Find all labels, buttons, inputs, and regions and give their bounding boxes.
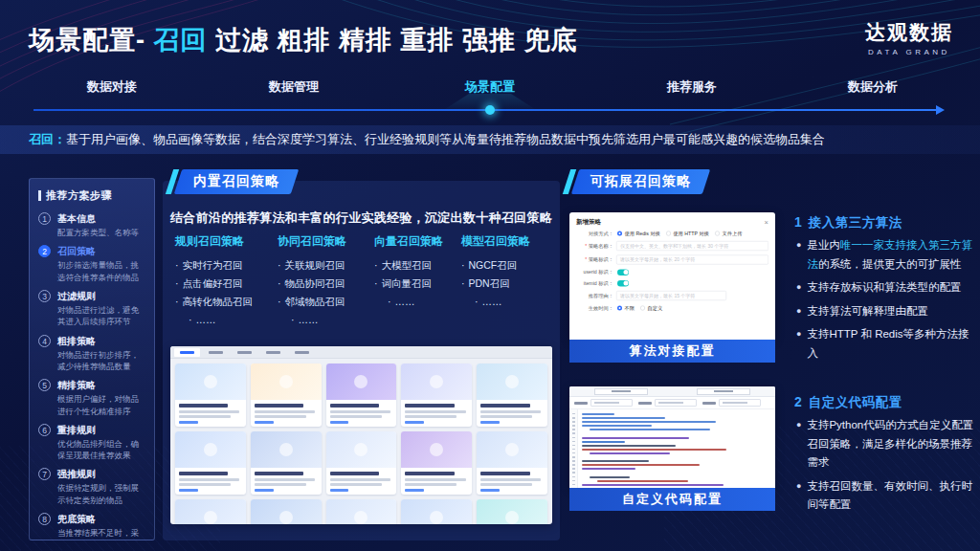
editor-field-input[interactable] (719, 399, 761, 407)
strategy-library-screenshot (170, 346, 552, 524)
nav-item-data-connect[interactable]: 数据对接 (69, 78, 155, 96)
dialog-title: 新增策略 (576, 217, 601, 226)
column-rule-recall: 规则召回策略 实时行为召回 点击偏好召回 高转化物品召回 …… (175, 233, 278, 329)
step-coarse-rank[interactable]: 4 粗排策略 对物品进行初步排序，减少待推荐物品数量 (38, 334, 145, 373)
userid-toggle[interactable] (617, 269, 629, 276)
strategy-card[interactable] (251, 364, 322, 427)
strategy-card[interactable] (175, 431, 246, 495)
bullet-item: ●支持HTTP 和 Redis等多种方法接入 (794, 325, 974, 363)
strategy-item: NGCF召回 (461, 256, 557, 275)
column-collab-recall: 协同召回策略 关联规则召回 物品协同召回 邻域物品召回 …… (278, 233, 374, 329)
step-fine-rank[interactable]: 5 精排策略 根据用户偏好，对物品进行个性化精准排序 (38, 378, 145, 417)
bullet-item: ●支持算法可解释理由配置 (794, 302, 974, 321)
strategy-card[interactable] (477, 364, 547, 427)
step-fallback-strategy[interactable]: 8 兜底策略 当推荐结果不足时，采用此策略进行补充完善 (38, 512, 145, 540)
step-recall-strategy[interactable]: 2 召回策略 初步筛选海量物品，挑选符合推荐条件的物品 (38, 244, 145, 283)
strategy-card[interactable] (401, 499, 472, 524)
recall-intro-label: 召回： (29, 131, 66, 148)
card-illustration (401, 431, 472, 468)
step-filter-rules[interactable]: 3 过滤规则 对物品进行过滤，避免其进入后续排序环节 (38, 289, 145, 328)
step-basic-info[interactable]: 1 基本信息 配置方案类型、名称等 (38, 211, 145, 238)
itemid-toggle[interactable] (617, 280, 629, 287)
strategy-card[interactable] (175, 364, 246, 427)
strategy-card[interactable] (326, 499, 397, 524)
radio-http[interactable] (666, 231, 671, 236)
strategy-card[interactable] (175, 499, 246, 524)
custom-code-section: 2 自定义代码配置 ●支持Python代码的方式自定义配置召回策略，满足多样化的… (794, 394, 974, 515)
strategy-item: 高转化物品召回 (175, 293, 278, 311)
strategy-card-grid (170, 359, 552, 524)
strategy-item: …… (475, 293, 557, 311)
recall-intro-text: 基于用户画像、物品画像等数据，结合深度学习算法、行业经验规则等从海量待推荐物品数… (66, 131, 825, 148)
strategy-card[interactable] (251, 431, 322, 495)
algorithm-connect-caption: 算法对接配置 (569, 340, 775, 363)
dialog-row-userid: userid 标识： (576, 269, 768, 276)
editor-field-input[interactable] (590, 399, 633, 407)
step-force-push-rules[interactable]: 7 强推规则 依据特定规则，强制展示特定类别的物品 (38, 467, 145, 506)
extensible-recall-badge: 可拓展召回策略 (571, 169, 710, 194)
sidebar-title: 推荐方案步骤 (38, 188, 145, 203)
step-rerank-rules[interactable]: 6 重排规则 优化物品排列组合，确保呈现最佳推荐效果 (38, 423, 145, 462)
close-icon[interactable]: × (765, 218, 768, 226)
strategy-code-input[interactable]: 请以英文字母开始，最长 20 个字符 (616, 255, 768, 265)
builtin-recall-panel: 结合前沿的推荐算法和丰富的行业实践经验，沉淀出数十种召回策略 规则召回策略 实时… (163, 181, 560, 540)
editor-code-area[interactable] (569, 409, 775, 488)
column-model-recall: 模型召回策略 NGCF召回 PDN召回 …… (461, 233, 557, 329)
card-illustration (251, 431, 322, 468)
nav-item-recommend-service[interactable]: 推荐服务 (649, 78, 735, 96)
editor-tab[interactable] (697, 388, 750, 395)
radio-file-upload[interactable] (715, 231, 720, 236)
builtin-recall-badge: 内置召回策略 (174, 169, 299, 194)
nav-item-data-manage[interactable]: 数据管理 (251, 78, 337, 96)
strategy-name-input[interactable]: 仅支持中文、英文、数字和下划线，最长 30 个字符 (616, 241, 768, 251)
nav-item-scene-config[interactable]: 场景配置 (447, 78, 533, 96)
brand-logo-cn: 达观数据 (865, 19, 953, 46)
editor-tab[interactable] (594, 388, 648, 395)
card-illustration (401, 364, 472, 400)
section-number: 1 (794, 214, 802, 230)
recall-intro-strip: 召回： 基于用户画像、物品画像等数据，结合深度学习算法、行业经验规则等从海量待推… (0, 125, 980, 154)
strategy-item: 邻域物品召回 (278, 293, 374, 311)
strategy-item: 实时行为召回 (175, 256, 278, 275)
card-illustration (326, 499, 397, 524)
reason-input[interactable]: 请以英文字母开始，最长 15 个字符 (616, 291, 726, 300)
bullet-item: ●支持Python代码的方式自定义配置召回策略，满足多样化的场景推荐需求 (794, 416, 974, 473)
strategy-card[interactable] (326, 431, 397, 495)
page-title-accent: 召回 (154, 26, 208, 55)
steps-list: 1 基本信息 配置方案类型、名称等 2 召回策略 初步筛选海量物品，挑选符合推荐… (38, 211, 145, 540)
process-nav: 数据对接 数据管理 场景配置 推荐服务 数据分析 (0, 77, 980, 119)
nav-item-data-analysis[interactable]: 数据分析 (830, 78, 916, 96)
wave-decoration (0, 0, 980, 143)
brand-logo-en: DATA GRAND (865, 48, 953, 56)
radio-time-custom[interactable] (640, 306, 645, 311)
recommend-steps-sidebar: 推荐方案步骤 1 基本信息 配置方案类型、名称等 2 召回策略 初步筛选海量物品… (29, 178, 155, 540)
editor-field-input[interactable] (655, 399, 697, 407)
strategy-card[interactable] (477, 499, 547, 524)
strategy-card[interactable] (251, 499, 322, 524)
card-illustration (326, 364, 397, 400)
strategy-card[interactable] (326, 364, 397, 427)
section-title: 接入第三方算法 (809, 214, 902, 231)
page-title: 场景配置- 召回 过滤 粗排 精排 重排 强推 兜底 (29, 23, 578, 57)
radio-redis[interactable] (617, 231, 622, 236)
editor-field-row (569, 397, 775, 409)
strategy-card[interactable] (401, 364, 472, 427)
slide-canvas: 场景配置- 召回 过滤 粗排 精排 重排 强推 兜底 达观数据 DATA GRA… (0, 0, 980, 551)
grid-tab[interactable] (174, 348, 200, 357)
timeline-arrow-icon (936, 105, 945, 115)
strategy-grid-tabs (170, 346, 552, 359)
grid-tab[interactable] (289, 348, 315, 357)
strategy-item: 关联规则召回 (278, 256, 374, 275)
strategy-card[interactable] (477, 431, 547, 495)
editor-tab-bar (569, 386, 775, 397)
radio-time-unlimited[interactable] (617, 306, 622, 311)
grid-tab[interactable] (260, 348, 286, 357)
card-illustration (477, 364, 547, 400)
dialog-row-reason: 推荐理由： 请以英文字母开始，最长 15 个字符 (576, 291, 768, 300)
dialog-row-code: 策略标识： 请以英文字母开始，最长 20 个字符 (576, 255, 768, 265)
grid-tab[interactable] (203, 348, 229, 357)
code-editor-screenshot (569, 386, 775, 488)
bullet-item: ●支持存放标识和算法类型的配置 (794, 278, 974, 298)
grid-tab[interactable] (232, 348, 257, 357)
strategy-card[interactable] (401, 431, 472, 495)
